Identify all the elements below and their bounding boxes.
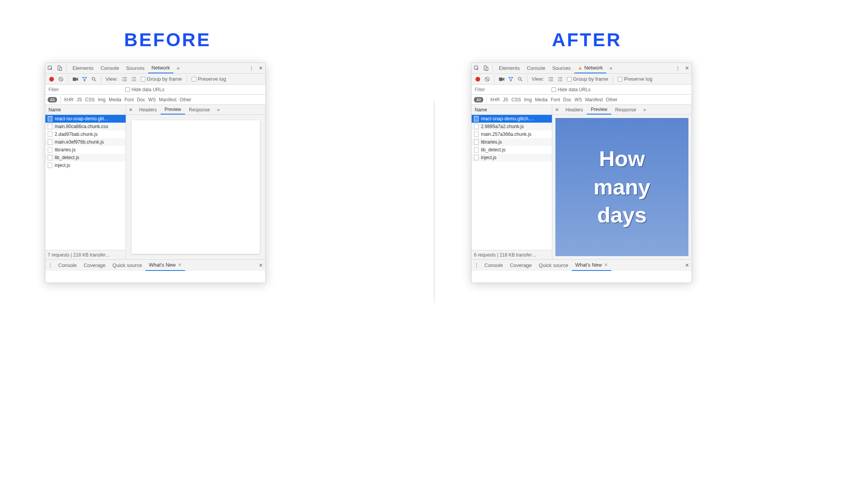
type-xhr[interactable]: XHR — [490, 97, 500, 102]
hide-data-urls-checkbox[interactable]: Hide data URLs — [552, 87, 591, 92]
hide-data-urls-checkbox[interactable]: Hide data URLs — [125, 87, 164, 92]
type-media[interactable]: Media — [109, 97, 121, 102]
tab-response[interactable]: Response — [185, 105, 214, 114]
search-icon[interactable] — [516, 75, 524, 83]
tab-preview[interactable]: Preview — [587, 105, 611, 114]
request-list[interactable]: react-no-snap-demo.glit… main.80ca66ca.c… — [45, 115, 126, 250]
close-drawer-icon[interactable]: ✕ — [256, 261, 265, 270]
close-devtools-icon[interactable]: ✕ — [256, 64, 265, 73]
kebab-menu-icon[interactable]: ⋮ — [247, 64, 256, 73]
type-all[interactable]: All — [474, 97, 483, 102]
inspect-icon[interactable] — [46, 64, 54, 73]
drawer-tab-coverage[interactable]: Coverage — [80, 260, 109, 271]
type-manifest[interactable]: Manifest — [159, 97, 176, 102]
request-row[interactable]: lib_detect.js — [472, 146, 552, 154]
close-detail-icon[interactable]: ✕ — [552, 107, 562, 113]
request-row[interactable]: react-snap-demo.glitch.… — [472, 115, 552, 123]
request-row[interactable]: inject.js — [472, 154, 552, 161]
record-button[interactable] — [475, 77, 480, 82]
more-detail-tabs-icon[interactable]: » — [214, 106, 223, 114]
tab-network[interactable]: ▲Network — [574, 63, 607, 73]
drawer-tab-quick-source[interactable]: Quick source — [109, 260, 145, 271]
tab-response[interactable]: Response — [611, 105, 640, 114]
drawer-tab-coverage[interactable]: Coverage — [507, 260, 535, 271]
clear-icon[interactable] — [483, 75, 491, 83]
type-js[interactable]: JS — [503, 97, 508, 102]
clear-icon[interactable] — [57, 75, 65, 83]
filter-icon[interactable] — [80, 75, 89, 83]
type-other[interactable]: Other — [606, 97, 617, 102]
camera-icon[interactable] — [71, 75, 80, 83]
request-list[interactable]: react-snap-demo.glitch.… 2.9895a7a2.chun… — [472, 115, 552, 250]
type-media[interactable]: Media — [535, 97, 548, 102]
type-doc[interactable]: Doc — [137, 97, 145, 102]
inspect-icon[interactable] — [472, 64, 481, 73]
tab-sources[interactable]: Sources — [123, 63, 148, 73]
close-tab-icon[interactable]: ✕ — [178, 262, 182, 267]
request-row[interactable]: main.80ca66ca.chunk.css — [45, 123, 126, 130]
device-toggle-icon[interactable] — [55, 64, 64, 73]
tab-console[interactable]: Console — [523, 63, 549, 73]
tab-network[interactable]: Network — [148, 63, 174, 73]
request-row[interactable]: main.257a366a.chunk.js — [472, 130, 552, 138]
type-img[interactable]: Img — [524, 97, 532, 102]
drawer-menu-icon[interactable]: ⋮ — [472, 261, 481, 270]
filter-input[interactable] — [45, 85, 123, 94]
column-header-name[interactable]: Name — [45, 105, 126, 115]
view-large-icon[interactable] — [120, 75, 129, 83]
type-css[interactable]: CSS — [85, 97, 95, 102]
view-small-icon[interactable] — [130, 75, 138, 83]
drawer-tab-quick-source[interactable]: Quick source — [535, 260, 572, 271]
tab-preview[interactable]: Preview — [161, 105, 185, 114]
request-row[interactable]: inject.js — [45, 161, 126, 169]
drawer-tab-whats-new[interactable]: What's New✕ — [572, 260, 611, 271]
tab-elements[interactable]: Elements — [495, 63, 523, 73]
request-row[interactable]: main.e3ef976b.chunk.js — [45, 138, 126, 146]
request-row[interactable]: react-no-snap-demo.glit… — [45, 115, 126, 123]
drawer-menu-icon[interactable]: ⋮ — [46, 261, 54, 270]
group-by-frame-checkbox[interactable]: Group by frame — [567, 76, 608, 82]
tab-headers[interactable]: Headers — [135, 105, 161, 114]
camera-icon[interactable] — [497, 75, 506, 83]
type-other[interactable]: Other — [180, 97, 191, 102]
request-row[interactable]: libraries.js — [472, 138, 552, 146]
request-row[interactable]: 2.9895a7a2.chunk.js — [472, 123, 552, 130]
request-row[interactable]: libraries.js — [45, 146, 126, 154]
preserve-log-checkbox[interactable]: Preserve log — [192, 76, 226, 82]
type-manifest[interactable]: Manifest — [585, 97, 603, 102]
more-tabs-icon[interactable]: » — [174, 64, 182, 73]
type-xhr[interactable]: XHR — [64, 97, 73, 102]
tab-sources[interactable]: Sources — [549, 63, 574, 73]
tab-headers[interactable]: Headers — [562, 105, 587, 114]
preserve-log-checkbox[interactable]: Preserve log — [618, 76, 652, 82]
device-toggle-icon[interactable] — [481, 64, 490, 73]
close-detail-icon[interactable]: ✕ — [126, 107, 135, 113]
request-row[interactable]: 2.dad97bab.chunk.js — [45, 130, 126, 138]
filter-input[interactable] — [472, 85, 549, 94]
type-font[interactable]: Font — [551, 97, 560, 102]
drawer-tab-console[interactable]: Console — [481, 260, 507, 271]
drawer-tab-console[interactable]: Console — [55, 260, 80, 271]
type-font[interactable]: Font — [124, 97, 134, 102]
type-ws[interactable]: WS — [574, 97, 582, 102]
type-all[interactable]: All — [48, 97, 57, 102]
type-js[interactable]: JS — [77, 97, 82, 102]
request-row[interactable]: lib_detect.js — [45, 154, 126, 161]
close-tab-icon[interactable]: ✕ — [604, 262, 608, 267]
type-ws[interactable]: WS — [148, 97, 156, 102]
more-tabs-icon[interactable]: » — [607, 64, 615, 73]
view-large-icon[interactable] — [546, 75, 555, 83]
record-button[interactable] — [49, 77, 54, 82]
type-css[interactable]: CSS — [512, 97, 521, 102]
column-header-name[interactable]: Name — [472, 105, 552, 115]
filter-icon[interactable] — [507, 75, 515, 83]
group-by-frame-checkbox[interactable]: Group by frame — [141, 76, 182, 82]
type-img[interactable]: Img — [98, 97, 105, 102]
search-icon[interactable] — [90, 75, 98, 83]
drawer-tab-whats-new[interactable]: What's New✕ — [145, 260, 185, 271]
close-drawer-icon[interactable]: ✕ — [683, 261, 691, 270]
more-detail-tabs-icon[interactable]: » — [640, 106, 649, 114]
kebab-menu-icon[interactable]: ⋮ — [673, 64, 682, 73]
tab-console[interactable]: Console — [97, 63, 123, 73]
close-devtools-icon[interactable]: ✕ — [683, 64, 691, 73]
